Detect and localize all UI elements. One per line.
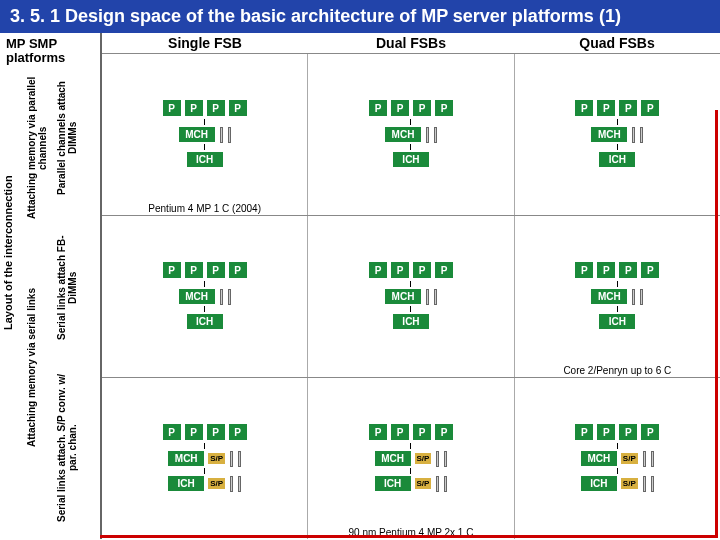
dimm-icon (640, 127, 643, 143)
dimm-icon (643, 451, 646, 467)
processor: P (641, 262, 659, 278)
dimm-icon (228, 127, 231, 143)
ich-chip: ICH (599, 314, 635, 329)
dimm-icon (651, 451, 654, 467)
processor: P (207, 100, 225, 116)
dimm-icon (640, 289, 643, 305)
dimm-icon (643, 476, 646, 492)
processor: P (413, 424, 431, 440)
dimm-icon (632, 127, 635, 143)
ich-chip: ICH (393, 152, 429, 167)
ich-chip: ICH (581, 476, 617, 491)
processor: P (413, 262, 431, 278)
processor: P (391, 262, 409, 278)
red-axis-horizontal (100, 535, 716, 538)
processor: P (369, 262, 387, 278)
mch-chip: MCH (385, 127, 421, 142)
cell-r2c0: P P P P MCH S/P ICH S/P (102, 378, 308, 539)
processor: P (413, 100, 431, 116)
processor: P (435, 424, 453, 440)
inner-r2-label: Serial links attach. S/P conv. w/ par. c… (56, 373, 82, 523)
ich-chip: ICH (187, 314, 223, 329)
dimm-icon (632, 289, 635, 305)
bus-icon (204, 306, 205, 312)
ich-chip: ICH (168, 476, 204, 491)
processor: P (207, 262, 225, 278)
cell-r1c2: P P P P MCH ICH Core 2/Penryn up to 6 C (515, 216, 720, 377)
bus-icon (617, 144, 618, 150)
processor: P (163, 100, 181, 116)
processor: P (619, 100, 637, 116)
cell-r0c1: P P P P MCH ICH (308, 54, 514, 215)
processor: P (229, 262, 247, 278)
mch-chip: MCH (168, 451, 204, 466)
sidebar: MP SMP platforms Layout of the interconn… (0, 33, 100, 539)
bus-icon (410, 144, 411, 150)
dimm-icon (228, 289, 231, 305)
row-serial-sp-conv: P P P P MCH S/P ICH S/P (102, 377, 720, 539)
dimm-icon (426, 127, 429, 143)
mch-chip: MCH (375, 451, 411, 466)
processor: P (575, 100, 593, 116)
dimm-icon (230, 476, 233, 492)
design-space-grid: Single FSB Dual FSBs Quad FSBs P P P P M… (100, 33, 720, 539)
mid-top-label: Attaching memory via parallel channels (26, 73, 50, 223)
processor: P (435, 262, 453, 278)
processor: P (229, 424, 247, 440)
processor: P (163, 424, 181, 440)
mch-chip: MCH (179, 289, 215, 304)
bus-icon (410, 306, 411, 312)
ich-chip: ICH (187, 152, 223, 167)
processor: P (185, 100, 203, 116)
mch-chip: MCH (385, 289, 421, 304)
dimm-icon (434, 127, 437, 143)
processor: P (185, 424, 203, 440)
mid-bot-label: Attaching memory via serial links (26, 253, 50, 483)
column-headers: Single FSB Dual FSBs Quad FSBs (102, 33, 720, 53)
sp-converter: S/P (621, 453, 638, 464)
dimm-icon (230, 451, 233, 467)
processor: P (619, 424, 637, 440)
sp-converter: S/P (415, 478, 432, 489)
processor-row: P P P P (369, 262, 453, 278)
cell-r0c2: P P P P MCH ICH (515, 54, 720, 215)
row-parallel-dimms: P P P P MCH ICH Pentium 4 MP 1 C (2004) … (102, 53, 720, 215)
processor-row: P P P P (163, 424, 247, 440)
axis-label-group: Layout of the interconnection Attaching … (2, 73, 97, 529)
cell-r2c2: P P P P MCH S/P ICH S/P (515, 378, 720, 539)
col-single-fsb: Single FSB (102, 33, 308, 53)
cell-r1c1: P P P P MCH ICH (308, 216, 514, 377)
main-layout: MP SMP platforms Layout of the interconn… (0, 33, 720, 539)
processor: P (391, 424, 409, 440)
processor-row: P P P P (575, 262, 659, 278)
dimm-icon (651, 476, 654, 492)
processor: P (369, 100, 387, 116)
processor: P (641, 424, 659, 440)
processor-row: P P P P (369, 424, 453, 440)
processor: P (575, 262, 593, 278)
processor: P (619, 262, 637, 278)
dimm-icon (444, 451, 447, 467)
processor-row: P P P P (575, 424, 659, 440)
processor: P (185, 262, 203, 278)
processor-row: P P P P (369, 100, 453, 116)
dimm-icon (426, 289, 429, 305)
dimm-icon (436, 476, 439, 492)
processor: P (641, 100, 659, 116)
bus-icon (204, 144, 205, 150)
mch-chip: MCH (581, 451, 617, 466)
col-dual-fsbs: Dual FSBs (308, 33, 514, 53)
cell-r1c0: P P P P MCH ICH (102, 216, 308, 377)
outer-y-axis-label: Layout of the interconnection (2, 113, 14, 393)
inner-r0-label: Parallel channels attach DIMMs (56, 73, 80, 203)
sp-converter: S/P (621, 478, 638, 489)
dimm-icon (238, 451, 241, 467)
processor-row: P P P P (163, 100, 247, 116)
ich-chip: ICH (393, 314, 429, 329)
processor: P (597, 262, 615, 278)
ich-chip: ICH (375, 476, 411, 491)
sp-converter: S/P (415, 453, 432, 464)
mch-chip: MCH (591, 289, 627, 304)
col-quad-fsbs: Quad FSBs (514, 33, 720, 53)
mch-chip: MCH (591, 127, 627, 142)
